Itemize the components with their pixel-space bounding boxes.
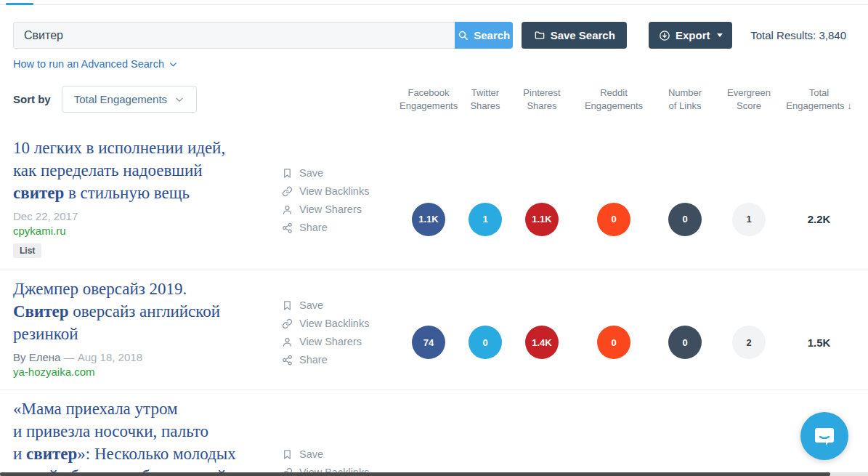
total-results: Total Results: 3,840 xyxy=(750,29,846,41)
bookmark-icon xyxy=(282,300,293,311)
export-download-icon xyxy=(659,30,670,41)
result-domain-link[interactable]: ya-hozyaika.com xyxy=(13,366,273,378)
search-button-label: Search xyxy=(474,29,510,41)
search-button[interactable]: Search xyxy=(455,22,513,49)
export-label: Export xyxy=(676,29,710,41)
person-icon xyxy=(282,336,293,347)
total-engagements-value: 1.5K xyxy=(808,336,831,349)
person-icon xyxy=(282,204,293,215)
facebook-engagements-value: 1.1K xyxy=(412,203,445,236)
result-title-link[interactable]: 10 легких в исполнении идей, как передел… xyxy=(13,137,273,204)
share-network-icon xyxy=(282,355,293,366)
column-reddit-engagements: RedditEngagements xyxy=(571,86,657,113)
active-tab-underline xyxy=(6,3,33,5)
search-row: Search Save Search Export Total Results:… xyxy=(13,22,846,49)
column-number-of-links: Numberof Links xyxy=(657,86,713,113)
share-action[interactable]: Share xyxy=(282,222,399,233)
caret-down-icon xyxy=(717,33,723,37)
reddit-engagements-value: 0 xyxy=(597,326,630,359)
column-pinterest-shares: PinterestShares xyxy=(513,86,571,113)
sort-dropdown-value: Total Engagements xyxy=(74,93,167,105)
sort-by-label: Sort by xyxy=(13,93,51,105)
result-byline: By Елена — Aug 18, 2018 xyxy=(13,351,273,363)
export-button[interactable]: Export xyxy=(649,22,732,49)
view-sharers-action[interactable]: View Sharers xyxy=(282,203,399,215)
bookmark-icon xyxy=(282,168,293,179)
save-action[interactable]: Save xyxy=(282,167,399,179)
column-evergreen-score: EvergreenScore xyxy=(713,86,784,113)
advanced-search-link[interactable]: How to run an Advanced Search xyxy=(13,58,178,70)
evergreen-score-value: 2 xyxy=(732,326,766,359)
result-title-block: Джемпер оверсайз 2019. Свитер оверсайз а… xyxy=(13,278,273,378)
metrics-header-row: FacebookEngagements TwitterShares Pinter… xyxy=(399,86,853,113)
horizontal-scrollbar-thumb[interactable] xyxy=(0,472,830,476)
number-of-links-value: 0 xyxy=(668,203,702,236)
sort-area: Sort by Total Engagements xyxy=(13,86,399,113)
number-of-links-value: 0 xyxy=(668,326,702,359)
result-domain-link[interactable]: cpykami.ru xyxy=(13,225,273,237)
link-icon xyxy=(282,318,293,329)
column-total-engagements-sorted[interactable]: TotalEngagements ↓ xyxy=(784,86,853,113)
result-title-block: 10 легких в исполнении идей, как передел… xyxy=(13,137,273,258)
result-row: 10 легких в исполнении идей, как передел… xyxy=(0,129,868,270)
column-facebook-engagements: FacebookEngagements xyxy=(399,86,458,113)
sort-dropdown[interactable]: Total Engagements xyxy=(62,86,197,113)
bookmark-icon xyxy=(282,449,293,460)
result-row: Джемпер оверсайз 2019. Свитер оверсайз а… xyxy=(0,270,868,390)
content-search-page: Search Save Search Export Total Results:… xyxy=(0,0,868,476)
search-icon xyxy=(458,30,469,41)
share-network-icon xyxy=(282,222,293,233)
twitter-shares-value: 1 xyxy=(469,203,502,236)
result-date: — Aug 18, 2018 xyxy=(60,351,142,363)
results-list: 10 легких в исполнении идей, как передел… xyxy=(0,129,868,476)
horizontal-scrollbar[interactable] xyxy=(0,472,868,476)
chat-widget-button[interactable] xyxy=(800,412,848,460)
content-type-badge: List xyxy=(13,243,41,258)
save-action[interactable]: Save xyxy=(282,448,399,460)
result-row: «Мама приехала утром и привезла носочки,… xyxy=(0,390,868,476)
total-engagements-value: 2.2K xyxy=(808,213,831,225)
result-title-link[interactable]: Джемпер оверсайз 2019. Свитер оверсайз а… xyxy=(13,278,273,345)
twitter-shares-value: 0 xyxy=(469,326,502,359)
share-action[interactable]: Share xyxy=(282,354,399,366)
link-icon xyxy=(282,186,293,197)
chevron-down-icon xyxy=(169,60,178,69)
result-title-block: «Мама приехала утром и привезла носочки,… xyxy=(13,398,273,476)
advanced-search-label: How to run an Advanced Search xyxy=(13,58,164,70)
result-actions: Save View Backlinks xyxy=(273,398,399,476)
reddit-engagements-value: 0 xyxy=(597,203,630,236)
folder-icon xyxy=(534,30,545,41)
view-backlinks-action[interactable]: View Backlinks xyxy=(282,185,399,197)
result-metrics: 74 0 1.4K 0 0 2 1.5K xyxy=(399,278,853,378)
tab-bar xyxy=(0,0,868,5)
result-metrics: 1.1K 1 1.1K 0 0 1 2.2K xyxy=(399,137,853,258)
result-date: Dec 22, 2017 xyxy=(13,210,273,222)
save-action[interactable]: Save xyxy=(282,299,399,311)
result-author: By Елена xyxy=(13,351,60,363)
evergreen-score-value: 1 xyxy=(732,203,766,236)
result-actions: Save View Backlinks View Sharers xyxy=(273,278,399,378)
facebook-engagements-value: 74 xyxy=(412,326,445,359)
result-metrics: 1.2K 51 0 0 7 0 1.4K xyxy=(399,398,853,476)
view-backlinks-action[interactable]: View Backlinks xyxy=(282,318,399,329)
save-search-label: Save Search xyxy=(551,29,615,41)
pinterest-shares-value: 1.4K xyxy=(525,326,559,359)
list-header: Sort by Total Engagements FacebookEngage… xyxy=(13,86,853,113)
pinterest-shares-value: 1.1K xyxy=(525,203,559,236)
chat-icon xyxy=(812,424,837,448)
result-title-link[interactable]: «Мама приехала утром и привезла носочки,… xyxy=(13,398,273,476)
view-sharers-action[interactable]: View Sharers xyxy=(282,336,399,347)
chevron-down-icon xyxy=(174,94,184,105)
save-search-button[interactable]: Save Search xyxy=(522,22,627,49)
result-actions: Save View Backlinks View Sharers xyxy=(273,137,399,258)
column-twitter-shares: TwitterShares xyxy=(458,86,513,113)
search-input[interactable] xyxy=(13,22,455,49)
